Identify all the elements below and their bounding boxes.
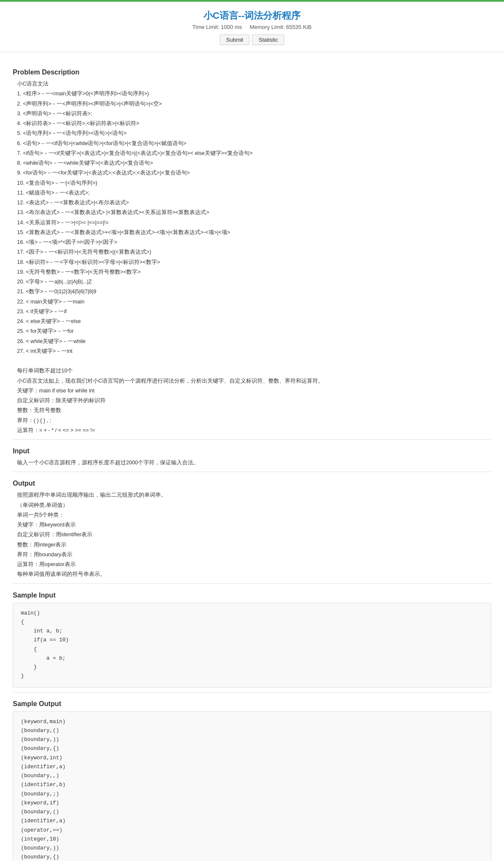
grammar-line: 17. <因子>－一<标识符>|<无符号整数>|(<算数表达式>) [17, 248, 491, 257]
output-line: 界符：用boundary表示 [17, 550, 491, 559]
output-body: 按照源程序中单词出现顺序输出，输出二元组形式的单词串。（单词种类,单词值）单词一… [13, 491, 491, 579]
grammar-line: 11. <赋值语句>－一<表达式>; [17, 189, 491, 197]
extra-line: 自定义标识符：除关键字外的标识符 [17, 396, 491, 405]
output-line: 运算符：用operator表示 [17, 560, 491, 569]
output-line: 自定义标识符：用identifier表示 [17, 530, 491, 539]
grammar-line: 10. <复合语句>－一{<语句序列>} [17, 179, 491, 188]
output-line: 按照源程序中单词出现顺序输出，输出二元组形式的单词串。 [17, 491, 491, 500]
grammar-line: 12. <表达式>－一<算数表达式>|<布尔表达式> [17, 198, 491, 207]
grammar-line: 2. <声明序列>－一<声明序列><声明语句>|<声明语句>|<空> [17, 100, 491, 109]
extra-line: 运算符：= + - * / < <= > >= == != [17, 426, 491, 435]
grammar-title: 小C语言文法 [17, 80, 491, 89]
grammar-line: 3. <声明语句>－一<标识符表>; [17, 109, 491, 118]
output-line: 单词一共5个种类： [17, 511, 491, 520]
extra-lines: 每行单词数不超过10个小C语言文法如上，现在我们对小C语言写的一个源程序进行词法… [17, 366, 491, 435]
grammar-line: 4. <标识符表>－一<标识符>,<标识符表>|<标识符> [17, 119, 491, 128]
problem-description-body: 小C语言文法 1. <程序>－一<main关键字>0(<声明序列><语句序列>)… [13, 80, 491, 435]
sample-output-title: Sample Output [13, 700, 491, 708]
divider-1 [13, 439, 491, 440]
extra-line: 关键字：main if else for while int [17, 386, 491, 395]
input-text: 输入一个小C语言源程序，源程序长度不超过2000个字符，保证输入合法。 [17, 458, 491, 467]
page-title: 小C语言--词法分析程序 [0, 9, 504, 22]
grammar-line: 5. <语句序列>－一<语句序列><语句>|<语句> [17, 129, 491, 138]
output-title: Output [13, 480, 491, 487]
grammar-line: 6. <语句>－一<if语句>|<while语句>|<for语句>|<复合语句>… [17, 139, 491, 148]
grammar-line: 20. <字母>－一a|b|...|z|A|B|...|Z [17, 277, 491, 286]
grammar-line: 24. < else关键字>－一else [17, 317, 491, 326]
grammar-line: 7. <if语句>－一<if关键字>(<表达式>)<复合语句>|(<表达式>)<… [17, 149, 491, 158]
extra-line: 每行单词数不超过10个 [17, 366, 491, 375]
grammar-line: 16. <项>－一<项>*<因子>/<因子>|<因子> [17, 238, 491, 247]
extra-line: 整数：无符号整数 [17, 406, 491, 415]
memory-limit: Memory Limit: 65535 KiB [250, 24, 312, 30]
grammar-line: 13. <布尔表达式>－一<算数表达式> |<算数表达式><关系运算符><算数表… [17, 208, 491, 217]
submit-button[interactable]: Submit [220, 34, 249, 45]
divider-2 [13, 472, 491, 472]
extra-line: 界符：( ) { } , ; [17, 416, 491, 425]
action-buttons: Submit Statistic [0, 34, 504, 45]
grammar-line: 18. <标识符>－一<字母>|<标识符><字母>|<标识符><数字> [17, 258, 491, 267]
sample-input-title: Sample Input [13, 592, 491, 599]
grammar-line: 27. < int关键字>－一int [17, 347, 491, 356]
grammar-line: 1. <程序>－一<main关键字>0(<声明序列><语句序列>) [17, 89, 491, 98]
limits: Time Limit: 1000 ms Memory Limit: 65535 … [0, 24, 504, 30]
grammar-line: 19. <无符号整数>－一<数字>|<无符号整数><数字> [17, 268, 491, 277]
header-divider [0, 52, 504, 52]
grammar-line: 23. < if关键字>－一if [17, 307, 491, 316]
header: 小C语言--词法分析程序 Time Limit: 1000 ms Memory … [0, 2, 504, 48]
grammar-line: 15. <算数表达式>－一<算数表达式>+<项>|<算数表达式>-<项>|<算数… [17, 228, 491, 237]
grammar-lines: 1. <程序>－一<main关键字>0(<声明序列><语句序列>)2. <声明序… [17, 89, 491, 356]
output-lines: 按照源程序中单词出现顺序输出，输出二元组形式的单词串。（单词种类,单词值）单词一… [17, 491, 491, 579]
output-line: （单词种类,单词值） [17, 501, 491, 510]
grammar-line: 14. <关系运算符>－一>|<|>= |<=|==|!= [17, 218, 491, 227]
main-content: Problem Description 小C语言文法 1. <程序>－一<mai… [0, 57, 504, 861]
grammar-line: 22. < main关键字>－一main [17, 297, 491, 306]
statistic-button[interactable]: Statistic [252, 34, 284, 45]
time-limit: Time Limit: 1000 ms [192, 24, 242, 30]
output-line: 每种单词值用该单词的符号串表示。 [17, 570, 491, 579]
output-line: 整数：用integer表示 [17, 541, 491, 549]
output-line: 关键字：用keyword表示 [17, 521, 491, 529]
divider-3 [13, 584, 491, 584]
divider-4 [13, 692, 491, 692]
sample-input-code: main() { int a, b; if(a == 10) { a = b; … [13, 603, 491, 688]
input-body: 输入一个小C语言源程序，源程序长度不超过2000个字符，保证输入合法。 [13, 458, 491, 467]
sample-output-code: (keyword,main) (boundary,() (boundary,))… [13, 711, 491, 861]
grammar-line: 8. <while语句>－一<while关键字>(<表达式>)<复合语句> [17, 159, 491, 168]
input-title: Input [13, 447, 491, 455]
grammar-line: 26. < while关键字>－一while [17, 337, 491, 346]
grammar-line: 21. <数字>－一0|1|2|3|4|5|6|7|8|9 [17, 287, 491, 296]
problem-description-title: Problem Description [13, 69, 491, 76]
extra-line: 小C语言文法如上，现在我们对小C语言写的一个源程序进行词法分析，分析出关键字、自… [17, 377, 491, 386]
grammar-line: 25. < for关键字>－一for [17, 327, 491, 336]
grammar-line: 9. <for语句>－一<for关键字>(<表达式>;<表达式>;<表达式>)<… [17, 169, 491, 177]
